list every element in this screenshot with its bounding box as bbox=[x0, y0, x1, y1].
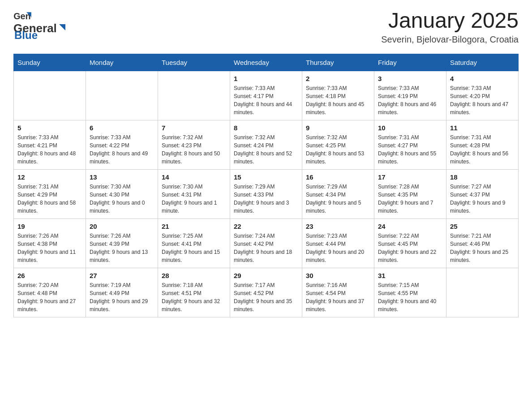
table-row: 1Sunrise: 7:33 AMSunset: 4:17 PMDaylight… bbox=[230, 71, 302, 120]
svg-marker-2 bbox=[59, 24, 65, 30]
day-number: 30 bbox=[306, 272, 370, 279]
logo-blue: Blue bbox=[14, 29, 38, 42]
table-row: 20Sunrise: 7:26 AMSunset: 4:39 PMDayligh… bbox=[86, 218, 158, 268]
day-number: 22 bbox=[234, 223, 298, 230]
logo-icon: General bbox=[13, 9, 31, 25]
day-info: Sunrise: 7:17 AMSunset: 4:52 PMDaylight:… bbox=[234, 281, 298, 313]
table-row: 31Sunrise: 7:15 AMSunset: 4:55 PMDayligh… bbox=[374, 268, 446, 317]
day-info: Sunrise: 7:20 AMSunset: 4:48 PMDaylight:… bbox=[17, 281, 82, 313]
day-number: 8 bbox=[234, 124, 298, 132]
day-info: Sunrise: 7:32 AMSunset: 4:25 PMDaylight:… bbox=[306, 133, 370, 166]
day-number: 17 bbox=[378, 173, 442, 181]
table-row bbox=[158, 71, 230, 120]
col-thursday: Thursday bbox=[302, 54, 374, 71]
table-row bbox=[86, 71, 158, 120]
day-info: Sunrise: 7:22 AMSunset: 4:45 PMDaylight:… bbox=[378, 232, 442, 264]
day-info: Sunrise: 7:25 AMSunset: 4:41 PMDaylight:… bbox=[162, 232, 226, 264]
table-row: 21Sunrise: 7:25 AMSunset: 4:41 PMDayligh… bbox=[158, 218, 230, 268]
col-wednesday: Wednesday bbox=[230, 54, 302, 71]
day-info: Sunrise: 7:29 AMSunset: 4:33 PMDaylight:… bbox=[234, 183, 298, 215]
calendar-header-row: Sunday Monday Tuesday Wednesday Thursday… bbox=[14, 54, 519, 71]
table-row: 28Sunrise: 7:18 AMSunset: 4:51 PMDayligh… bbox=[158, 268, 230, 317]
day-info: Sunrise: 7:30 AMSunset: 4:31 PMDaylight:… bbox=[162, 183, 226, 215]
day-info: Sunrise: 7:26 AMSunset: 4:39 PMDaylight:… bbox=[90, 232, 154, 264]
day-info: Sunrise: 7:31 AMSunset: 4:27 PMDaylight:… bbox=[378, 133, 442, 166]
day-number: 21 bbox=[162, 223, 226, 230]
calendar-week-row: 1Sunrise: 7:33 AMSunset: 4:17 PMDaylight… bbox=[14, 71, 519, 120]
day-info: Sunrise: 7:33 AMSunset: 4:18 PMDaylight:… bbox=[306, 84, 370, 116]
day-number: 13 bbox=[90, 173, 154, 181]
day-number: 7 bbox=[162, 124, 226, 132]
table-row: 16Sunrise: 7:29 AMSunset: 4:34 PMDayligh… bbox=[302, 169, 374, 218]
location-title: Severin, Bjelovar-Bilogora, Croatia bbox=[381, 34, 519, 45]
day-info: Sunrise: 7:32 AMSunset: 4:23 PMDaylight:… bbox=[162, 133, 226, 166]
table-row: 10Sunrise: 7:31 AMSunset: 4:27 PMDayligh… bbox=[374, 120, 446, 169]
col-monday: Monday bbox=[86, 54, 158, 71]
table-row: 24Sunrise: 7:22 AMSunset: 4:45 PMDayligh… bbox=[374, 218, 446, 268]
col-tuesday: Tuesday bbox=[158, 54, 230, 71]
calendar-table: Sunday Monday Tuesday Wednesday Thursday… bbox=[13, 54, 519, 317]
table-row: 23Sunrise: 7:23 AMSunset: 4:44 PMDayligh… bbox=[302, 218, 374, 268]
day-info: Sunrise: 7:33 AMSunset: 4:20 PMDaylight:… bbox=[450, 84, 515, 116]
day-number: 28 bbox=[162, 272, 226, 279]
day-info: Sunrise: 7:31 AMSunset: 4:29 PMDaylight:… bbox=[17, 183, 82, 215]
logo: General bbox=[13, 9, 32, 25]
day-info: Sunrise: 7:23 AMSunset: 4:44 PMDaylight:… bbox=[306, 232, 370, 264]
day-info: Sunrise: 7:33 AMSunset: 4:19 PMDaylight:… bbox=[378, 84, 442, 116]
day-number: 18 bbox=[450, 173, 515, 181]
title-area: January 2025 Severin, Bjelovar-Bilogora,… bbox=[381, 9, 519, 45]
logo-arrow-icon bbox=[57, 22, 67, 32]
day-number: 15 bbox=[234, 173, 298, 181]
day-info: Sunrise: 7:24 AMSunset: 4:42 PMDaylight:… bbox=[234, 232, 298, 264]
day-info: Sunrise: 7:21 AMSunset: 4:46 PMDaylight:… bbox=[450, 232, 515, 264]
table-row: 14Sunrise: 7:30 AMSunset: 4:31 PMDayligh… bbox=[158, 169, 230, 218]
table-row: 30Sunrise: 7:16 AMSunset: 4:54 PMDayligh… bbox=[302, 268, 374, 317]
table-row: 13Sunrise: 7:30 AMSunset: 4:30 PMDayligh… bbox=[86, 169, 158, 218]
day-number: 29 bbox=[234, 272, 298, 279]
day-number: 25 bbox=[450, 223, 515, 230]
day-info: Sunrise: 7:33 AMSunset: 4:17 PMDaylight:… bbox=[234, 84, 298, 116]
day-number: 16 bbox=[306, 173, 370, 181]
table-row: 11Sunrise: 7:31 AMSunset: 4:28 PMDayligh… bbox=[446, 120, 519, 169]
day-number: 2 bbox=[306, 75, 370, 82]
day-info: Sunrise: 7:15 AMSunset: 4:55 PMDaylight:… bbox=[378, 281, 442, 313]
table-row: 5Sunrise: 7:33 AMSunset: 4:21 PMDaylight… bbox=[14, 120, 86, 169]
calendar-week-row: 26Sunrise: 7:20 AMSunset: 4:48 PMDayligh… bbox=[14, 268, 519, 317]
day-number: 14 bbox=[162, 173, 226, 181]
day-info: Sunrise: 7:30 AMSunset: 4:30 PMDaylight:… bbox=[90, 183, 154, 215]
day-number: 19 bbox=[17, 223, 82, 230]
day-info: Sunrise: 7:18 AMSunset: 4:51 PMDaylight:… bbox=[162, 281, 226, 313]
table-row: 19Sunrise: 7:26 AMSunset: 4:38 PMDayligh… bbox=[14, 218, 86, 268]
calendar-week-row: 19Sunrise: 7:26 AMSunset: 4:38 PMDayligh… bbox=[14, 218, 519, 268]
day-info: Sunrise: 7:29 AMSunset: 4:34 PMDaylight:… bbox=[306, 183, 370, 215]
day-number: 20 bbox=[90, 223, 154, 230]
day-number: 27 bbox=[90, 272, 154, 279]
table-row: 26Sunrise: 7:20 AMSunset: 4:48 PMDayligh… bbox=[14, 268, 86, 317]
day-number: 3 bbox=[378, 75, 442, 82]
col-saturday: Saturday bbox=[446, 54, 519, 71]
day-info: Sunrise: 7:27 AMSunset: 4:37 PMDaylight:… bbox=[450, 183, 515, 215]
day-info: Sunrise: 7:28 AMSunset: 4:35 PMDaylight:… bbox=[378, 183, 442, 215]
table-row: 15Sunrise: 7:29 AMSunset: 4:33 PMDayligh… bbox=[230, 169, 302, 218]
day-info: Sunrise: 7:33 AMSunset: 4:22 PMDaylight:… bbox=[90, 133, 154, 166]
table-row: 12Sunrise: 7:31 AMSunset: 4:29 PMDayligh… bbox=[14, 169, 86, 218]
day-info: Sunrise: 7:31 AMSunset: 4:28 PMDaylight:… bbox=[450, 133, 515, 166]
day-info: Sunrise: 7:19 AMSunset: 4:49 PMDaylight:… bbox=[90, 281, 154, 313]
day-info: Sunrise: 7:32 AMSunset: 4:24 PMDaylight:… bbox=[234, 133, 298, 166]
day-number: 23 bbox=[306, 223, 370, 230]
table-row: 29Sunrise: 7:17 AMSunset: 4:52 PMDayligh… bbox=[230, 268, 302, 317]
page-header: General General Blue January 2025 Severi… bbox=[13, 9, 519, 45]
day-number: 10 bbox=[378, 124, 442, 132]
day-number: 24 bbox=[378, 223, 442, 230]
table-row: 8Sunrise: 7:32 AMSunset: 4:24 PMDaylight… bbox=[230, 120, 302, 169]
day-number: 9 bbox=[306, 124, 370, 132]
day-number: 4 bbox=[450, 75, 515, 82]
col-sunday: Sunday bbox=[14, 54, 86, 71]
month-title: January 2025 bbox=[381, 9, 519, 33]
table-row: 27Sunrise: 7:19 AMSunset: 4:49 PMDayligh… bbox=[86, 268, 158, 317]
day-number: 26 bbox=[17, 272, 82, 279]
table-row: 6Sunrise: 7:33 AMSunset: 4:22 PMDaylight… bbox=[86, 120, 158, 169]
day-number: 12 bbox=[17, 173, 82, 181]
table-row: 25Sunrise: 7:21 AMSunset: 4:46 PMDayligh… bbox=[446, 218, 519, 268]
day-info: Sunrise: 7:26 AMSunset: 4:38 PMDaylight:… bbox=[17, 232, 82, 264]
